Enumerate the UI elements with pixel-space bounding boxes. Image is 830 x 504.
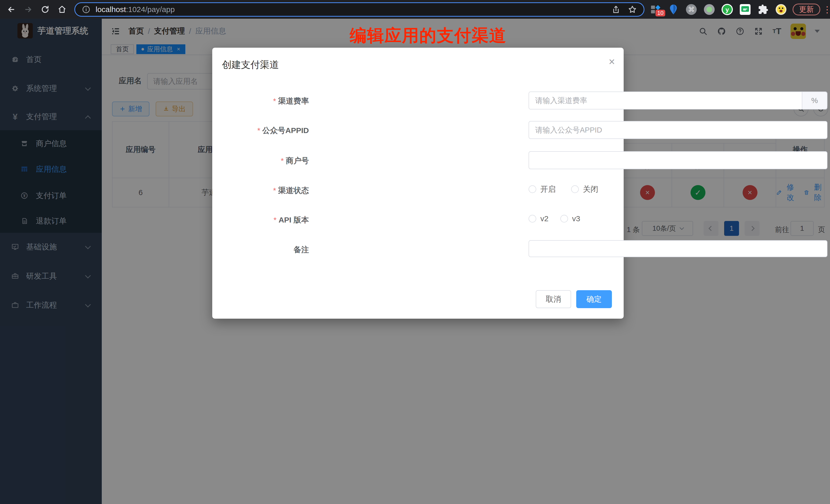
browser-menu-icon[interactable]: ⋮ <box>823 5 830 14</box>
api-v2-radio[interactable] <box>529 215 536 222</box>
extension-tabs-icon[interactable]: 10 <box>649 4 661 15</box>
create-channel-dialog: 创建支付渠道 × *渠道费率 % *公众号APPID *商户号 *渠道状态 开启… <box>212 48 624 319</box>
forward-icon[interactable] <box>23 4 34 15</box>
rate-input[interactable] <box>529 92 802 109</box>
share-icon[interactable] <box>611 5 620 14</box>
mch-label: *商户号 <box>223 156 309 166</box>
url-text: localhost:1024/pay/app <box>96 5 604 14</box>
rate-label: *渠道费率 <box>223 96 309 106</box>
extension-record-icon[interactable] <box>703 4 715 15</box>
extension-badge: 10 <box>656 10 665 17</box>
dialog-close-icon[interactable]: × <box>609 56 615 67</box>
site-info-icon[interactable] <box>82 5 91 14</box>
extension-command-icon[interactable]: ⌘ <box>685 4 697 15</box>
status-off-radio[interactable] <box>571 185 579 193</box>
back-icon[interactable] <box>6 4 17 15</box>
api-radio-group: v2 v3 <box>529 210 580 227</box>
appid-input[interactable] <box>529 121 827 139</box>
browser-toolbar: localhost:1024/pay/app 10 ⌘ y <box>0 0 830 19</box>
cancel-button[interactable]: 取消 <box>536 290 571 308</box>
api-v3-radio[interactable] <box>560 215 568 222</box>
api-label: *API 版本 <box>223 215 309 225</box>
extension-balloon-icon[interactable] <box>668 4 679 15</box>
annotation-text: 编辑应用的支付渠道 <box>331 24 525 47</box>
svg-text:y: y <box>726 6 729 13</box>
api-v2-label[interactable]: v2 <box>540 214 548 223</box>
rate-field: % <box>529 92 827 109</box>
status-off-label[interactable]: 关闭 <box>583 184 598 195</box>
browser-update-button[interactable]: 更新 <box>793 4 820 15</box>
rate-suffix: % <box>802 92 827 109</box>
profile-avatar-icon[interactable] <box>775 4 787 15</box>
reload-icon[interactable] <box>39 4 51 15</box>
mch-input[interactable] <box>529 151 827 169</box>
remark-label: 备注 <box>223 245 309 255</box>
api-v3-label[interactable]: v3 <box>572 214 580 223</box>
confirm-button[interactable]: 确定 <box>576 290 612 308</box>
svg-text:⌘: ⌘ <box>688 6 695 13</box>
dialog-title: 创建支付渠道 <box>222 58 279 71</box>
status-label: *渠道状态 <box>223 185 309 196</box>
extension-y-icon[interactable]: y <box>721 4 733 15</box>
status-radio-group: 开启 关闭 <box>529 181 598 198</box>
bookmark-star-icon[interactable] <box>628 5 637 14</box>
home-icon[interactable] <box>56 4 68 15</box>
status-on-radio[interactable] <box>529 185 536 193</box>
status-on-label[interactable]: 开启 <box>540 184 556 195</box>
extensions-puzzle-icon[interactable] <box>757 4 769 15</box>
remark-input[interactable] <box>529 240 827 257</box>
url-bar[interactable]: localhost:1024/pay/app <box>74 2 644 17</box>
appid-label: *公众号APPID <box>223 125 309 136</box>
extensions-row: 10 ⌘ y <box>649 4 787 15</box>
extension-chat-icon[interactable] <box>739 4 751 15</box>
